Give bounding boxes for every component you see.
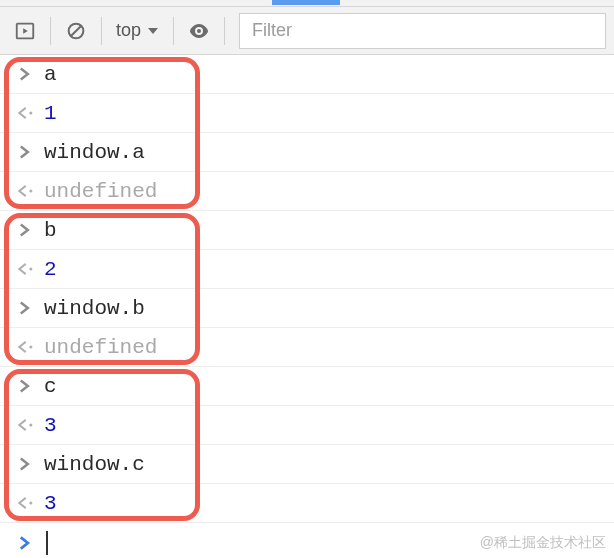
live-expression-button[interactable] <box>182 14 216 48</box>
chevron-right-icon <box>18 457 44 471</box>
chevron-right-icon <box>18 536 44 550</box>
console-text: undefined <box>44 336 157 359</box>
svg-point-7 <box>29 345 32 348</box>
toolbar-separator <box>224 17 225 45</box>
toolbar-separator <box>173 17 174 45</box>
console-text: 3 <box>44 492 57 515</box>
svg-point-9 <box>29 501 32 504</box>
console-text: window.a <box>44 141 145 164</box>
chevron-right-icon <box>18 145 44 159</box>
console-text: 3 <box>44 414 57 437</box>
return-icon <box>18 106 44 120</box>
console-output-row: 1 <box>0 94 614 133</box>
toolbar-separator <box>50 17 51 45</box>
console-text: 1 <box>44 102 57 125</box>
console-input-row: window.a <box>0 133 614 172</box>
console-text: b <box>44 219 57 242</box>
toolbar-separator <box>101 17 102 45</box>
context-selector[interactable]: top <box>110 20 165 41</box>
filter-input[interactable] <box>239 13 606 49</box>
console-text: window.c <box>44 453 145 476</box>
console-input-row: window.c <box>0 445 614 484</box>
chevron-right-icon <box>18 223 44 237</box>
console-input-row: c <box>0 367 614 406</box>
chevron-right-icon <box>18 67 44 81</box>
svg-point-4 <box>29 111 32 114</box>
console-input-row: window.b <box>0 289 614 328</box>
chevron-right-icon <box>18 301 44 315</box>
console-input-row: a <box>0 55 614 94</box>
console-output-row: 3 <box>0 406 614 445</box>
return-icon <box>18 262 44 276</box>
console-text: undefined <box>44 180 157 203</box>
return-icon <box>18 418 44 432</box>
dropdown-icon <box>147 25 159 37</box>
svg-point-3 <box>197 29 201 33</box>
console-text: 2 <box>44 258 57 281</box>
console-output-row: 3 <box>0 484 614 523</box>
tab-strip <box>0 0 614 7</box>
clear-console-button[interactable] <box>59 14 93 48</box>
console-output-row: undefined <box>0 328 614 367</box>
return-icon <box>18 340 44 354</box>
svg-line-2 <box>71 25 81 35</box>
context-label: top <box>116 20 141 41</box>
watermark: @稀土掘金技术社区 <box>480 534 606 552</box>
console-text: c <box>44 375 57 398</box>
console-output: a1window.aundefinedb2window.bundefinedc3… <box>0 55 614 558</box>
chevron-right-icon <box>18 379 44 393</box>
svg-point-5 <box>29 189 32 192</box>
cursor <box>46 531 48 555</box>
return-icon <box>18 184 44 198</box>
console-toolbar: top <box>0 7 614 55</box>
console-text: window.b <box>44 297 145 320</box>
svg-point-6 <box>29 267 32 270</box>
return-icon <box>18 496 44 510</box>
console-output-row: 2 <box>0 250 614 289</box>
toggle-console-button[interactable] <box>8 14 42 48</box>
console-text: a <box>44 63 57 86</box>
console-output-row: undefined <box>0 172 614 211</box>
console-input-row: b <box>0 211 614 250</box>
svg-point-8 <box>29 423 32 426</box>
